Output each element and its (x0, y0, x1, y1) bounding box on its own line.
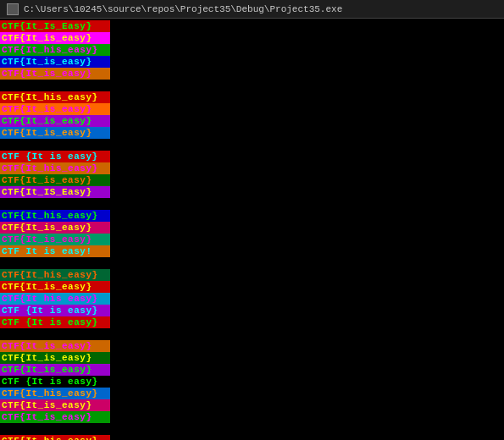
console-line: CTF{It his easy} (0, 293, 110, 305)
console-line (0, 139, 110, 151)
console-line: CTF{It_is_easy} (0, 234, 110, 245)
console-line (0, 423, 110, 435)
console-line: CTF{It_is_easy} (0, 364, 110, 376)
console-line (0, 80, 110, 91)
console-line: CTF{It_his_easy} (0, 44, 110, 56)
console-line (0, 257, 110, 269)
console-line: CTF{It_his_easy} (0, 210, 110, 222)
console-line: CTF{It_is_easy} (0, 68, 110, 80)
console-line: CTF{It_is_easy} (0, 222, 110, 234)
console-line: CTF {It is easy} (0, 151, 110, 162)
console-area: CTF{It_Is_Easy}CTF{It_is_easy}CTF{It_his… (0, 19, 504, 440)
title-bar: C:\Users\10245\source\repos\Project35\De… (0, 0, 504, 19)
console-line: CTF{It_IS_Easy} (0, 186, 110, 198)
console-line: CTF{It_his_easy} (0, 269, 110, 281)
console-line: CTF{It_his_easy} (0, 91, 110, 103)
console-line: CTF{It_is_easy} (0, 340, 110, 352)
console-line: CTF{It_Is_Easy} (0, 20, 110, 32)
console-line: CTF{It_is_easy} (0, 56, 110, 68)
console-line: CTF {It is easy} (0, 316, 110, 328)
console-line (0, 198, 110, 210)
console-line: CTF{It_is_easy} (0, 103, 110, 115)
console-line: CTF It is easy! (0, 245, 110, 257)
console-line: CTF{It_his_easy} (0, 388, 110, 399)
title-bar-icon (7, 3, 19, 15)
console-line: CTF{It_is_easy} (0, 174, 110, 186)
console-line (0, 328, 110, 340)
console-line: CTF{It_is_easy} (0, 281, 110, 293)
console-line: CTF {It is easy} (0, 305, 110, 316)
console-line: CTF{It_his_easy} (0, 162, 110, 174)
console-line: CTF{It_is_easy} (0, 127, 110, 139)
console-line: CTF{It_is_easy} (0, 32, 110, 44)
console-line: CTF{It_is_easy} (0, 411, 110, 423)
title-bar-path: C:\Users\10245\source\repos\Project35\De… (24, 4, 342, 14)
console-line: CTF {It is easy} (0, 376, 110, 388)
console-line: CTF{It_is_easy} (0, 399, 110, 411)
text-column: CTF{It_Is_Easy}CTF{It_is_easy}CTF{It_his… (0, 20, 110, 440)
console-line: CTF{It_is_easy} (0, 115, 110, 127)
console-line: CTF{It_his_easy} (0, 435, 110, 440)
right-area (110, 20, 504, 440)
console-line: CTF{It_is_easy} (0, 352, 110, 364)
